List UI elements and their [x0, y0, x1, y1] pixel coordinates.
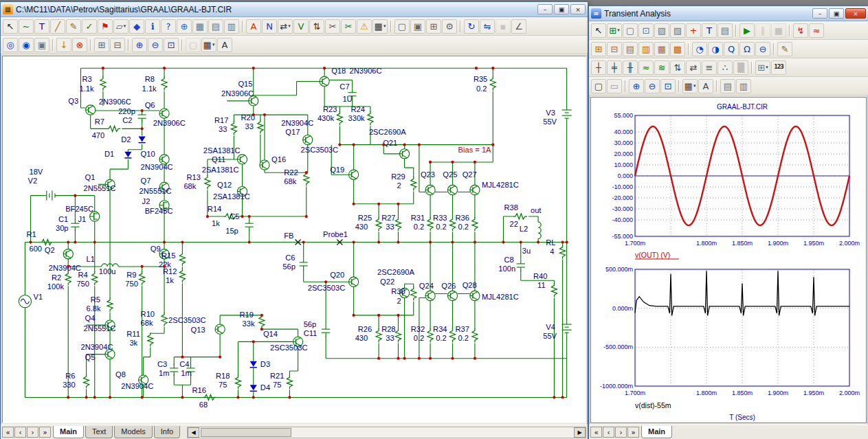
component-R11[interactable]: R113k — [126, 330, 153, 347]
component-2N3904C[interactable]: 2N3904CQ5 — [80, 343, 115, 361]
tab-models[interactable]: Models — [114, 426, 152, 438]
run-icon[interactable]: ▶ — [739, 23, 755, 38]
mirror-icon[interactable]: ⇋ — [480, 19, 495, 34]
component-C7[interactable]: C71U — [340, 82, 356, 103]
component-R24[interactable]: R24330k — [348, 105, 373, 125]
probe-ac-icon[interactable]: ≈ — [809, 23, 824, 38]
first-page-button[interactable]: « — [590, 427, 602, 438]
doc-gear-icon[interactable]: ⚙ — [442, 19, 457, 34]
shapes-icon[interactable]: ▱▾ — [113, 19, 129, 34]
scroll-thumb[interactable] — [201, 428, 291, 437]
ripple-icon[interactable]: ≋ — [654, 60, 669, 75]
flag-icon[interactable]: ⚑ — [98, 19, 113, 34]
half-cycle-icon[interactable]: ◑ — [708, 42, 723, 56]
cursor-horz-icon[interactable]: ⇄ — [686, 60, 701, 75]
plot-grid-icon[interactable]: ▦ — [654, 42, 669, 56]
component-R18[interactable]: R1875 — [216, 372, 241, 389]
zoom-in-icon[interactable]: ⊕ — [132, 38, 147, 52]
tab-text[interactable]: Text — [85, 426, 113, 438]
web-icon[interactable]: ⊕ — [177, 19, 192, 34]
voltage-check-icon[interactable]: V — [293, 19, 309, 34]
component-R10[interactable]: R1068k — [141, 310, 167, 327]
minimize-button[interactable]: – — [812, 8, 827, 19]
component-R17[interactable]: R1733 — [214, 116, 236, 135]
find-next-icon[interactable]: ◉ — [19, 38, 34, 52]
trim-icon[interactable]: ✂ — [341, 19, 356, 34]
component-V1[interactable]: V1 — [19, 293, 43, 308]
component-Q27[interactable]: Q27MJL4281C — [463, 170, 519, 194]
component-V3[interactable]: V355V — [543, 107, 572, 126]
q-meter-icon[interactable]: Q — [724, 42, 739, 56]
component-Q23[interactable]: Q23 — [421, 170, 435, 194]
warning-icon[interactable]: ⚠ — [357, 19, 372, 34]
cut-icon[interactable]: ✂ — [325, 19, 340, 34]
pencil-icon[interactable]: ✎ — [66, 19, 81, 34]
component-R22[interactable]: R2268k — [284, 168, 309, 185]
zoom-full-icon[interactable]: ⊡ — [164, 38, 179, 52]
select-box-icon[interactable]: ▢ — [591, 79, 606, 93]
component-R21[interactable]: R2175 — [270, 372, 292, 389]
component-D4[interactable]: D4 — [250, 383, 270, 392]
component-R34[interactable]: R340.2 — [433, 325, 455, 342]
select-icon[interactable]: ↖ — [3, 19, 18, 34]
pan-mode-icon[interactable]: ▨ — [670, 23, 685, 38]
grid-options-icon[interactable]: ▦▾ — [201, 38, 216, 52]
font-icon[interactable]: A — [698, 79, 713, 93]
pan-hand-icon[interactable]: ▭ — [607, 79, 622, 93]
plot-overlay-icon[interactable]: ▩ — [670, 42, 685, 56]
line-icon[interactable]: ╱ — [50, 19, 65, 34]
prev-page-button[interactable]: ‹ — [14, 427, 26, 438]
last-page-button[interactable]: » — [627, 427, 639, 438]
component-L1[interactable]: L1100u — [87, 255, 119, 275]
tab-main[interactable]: Main — [53, 426, 84, 438]
copy-doc-icon[interactable]: ⊞ — [426, 19, 441, 34]
swap-mode-icon[interactable]: ⇄▾ — [278, 19, 293, 34]
select-icon[interactable]: ↖ — [591, 23, 606, 38]
component-R32[interactable]: R320.2 — [411, 325, 433, 342]
component-R12[interactable]: R121k — [163, 267, 185, 284]
find-icon[interactable]: ◎ — [3, 38, 18, 52]
plot-single-icon[interactable]: ⊞ — [591, 42, 606, 56]
analysis-titlebar[interactable]: ≈ Transient Analysis –▣× — [589, 6, 868, 21]
component-R29[interactable]: R292 — [391, 172, 416, 190]
component-V4[interactable]: V455V — [543, 322, 572, 340]
wire-mode-icon[interactable]: ~ — [19, 19, 34, 34]
copy-page-icon[interactable]: ▥ — [736, 79, 751, 93]
rotate-icon[interactable]: ↻ — [464, 19, 479, 34]
component-Q26[interactable]: Q26 — [441, 282, 457, 300]
stop-icon[interactable]: ⊗ — [72, 38, 87, 52]
close-button[interactable]: × — [570, 4, 586, 14]
data-tree-icon[interactable]: ▤ — [717, 23, 733, 38]
window-select-icon[interactable]: ▣ — [34, 38, 49, 52]
ohm-icon[interactable]: Ω — [739, 42, 755, 56]
component-C1[interactable]: C130p — [56, 215, 79, 232]
pause-icon[interactable]: ‖ — [755, 23, 770, 38]
phase-icon[interactable]: ∠ — [511, 19, 526, 34]
component-R6[interactable]: R6330 — [63, 372, 89, 389]
sheet-grid-icon[interactable]: ▦ — [192, 19, 208, 34]
schematic-hscrollbar[interactable]: ◀ ▶ — [187, 427, 586, 438]
scroll-right-button[interactable]: ▶ — [574, 427, 586, 438]
font-icon[interactable]: A — [217, 38, 232, 52]
doc-icon[interactable]: ▣ — [410, 19, 425, 34]
check-icon[interactable]: ✓ — [82, 19, 97, 34]
schematic-titlebar[interactable]: ▦ C:\MC11\DATA\Petrov\Sagittarius\GRAAL\… — [1, 2, 588, 17]
scroll-left-button[interactable]: ◀ — [188, 427, 199, 438]
component-Q6[interactable]: Q62N3906C — [145, 101, 186, 127]
ink-icon[interactable]: ◆ — [129, 19, 144, 34]
stop-icon[interactable]: ■ — [771, 23, 786, 38]
axes-both-icon[interactable]: ╪ — [607, 60, 622, 75]
component-R25[interactable]: R25430 — [355, 214, 381, 231]
component-R4[interactable]: R4750 — [76, 271, 97, 288]
prev-page-button[interactable]: ‹ — [603, 427, 614, 438]
component-R8[interactable]: R81.1k — [142, 75, 167, 92]
zoom-out-icon[interactable]: ⊖ — [148, 38, 163, 52]
component-D1[interactable]: D1 — [104, 150, 132, 158]
component-R9[interactable]: R9750 — [125, 271, 144, 288]
scale-mode-icon[interactable]: ▧ — [654, 23, 669, 38]
close-button[interactable]: × — [845, 8, 866, 19]
component-R20[interactable]: R2033 — [241, 113, 263, 133]
restore-button[interactable]: ▣ — [829, 8, 844, 19]
numeric-icon[interactable]: 123 — [771, 60, 786, 75]
component-C3[interactable]: C31m — [157, 360, 178, 377]
